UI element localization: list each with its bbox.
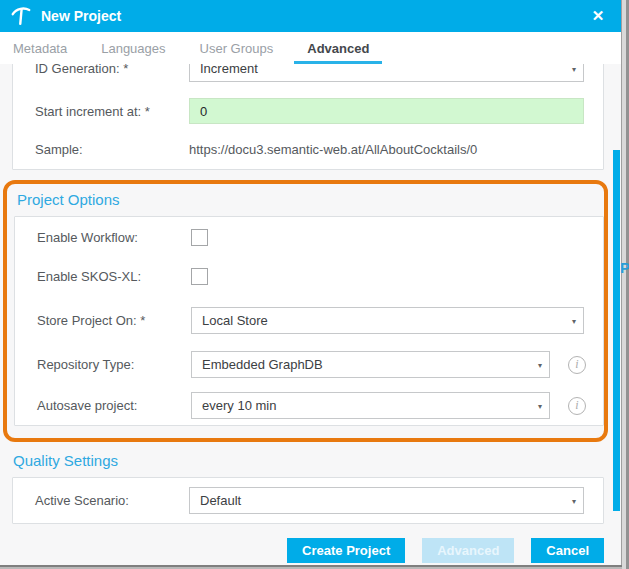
enable-workflow-label: Enable Workflow: [37,230,191,245]
background-text-fragment: P [620,259,629,276]
chevron-down-icon: ▾ [572,64,576,73]
enable-skos-xl-label: Enable SKOS-XL: [37,269,191,284]
info-icon[interactable]: i [568,397,586,415]
new-project-dialog: New Project ✕ Metadata Languages User Gr… [0,0,622,565]
cancel-button[interactable]: Cancel [531,538,604,563]
project-options-group: Enable Workflow: Enable SKOS-XL: Store P… [14,216,604,426]
enable-skos-xl-row: Enable SKOS-XL: [15,268,603,285]
start-increment-label: Start increment at: * [35,104,189,119]
close-icon[interactable]: ✕ [589,7,607,25]
repository-type-value: Embedded GraphDB [202,357,323,372]
sample-label: Sample: [35,142,189,157]
active-scenario-row: Active Scenario: Default ▾ [13,487,603,514]
autosave-project-row: Autosave project: every 10 min ▾ i [15,392,603,419]
tab-advanced[interactable]: Advanced [294,32,382,64]
store-project-on-value: Local Store [202,313,268,328]
enable-workflow-row: Enable Workflow: [15,229,603,246]
tab-metadata[interactable]: Metadata [0,32,80,64]
id-generation-group: ID Generation: * Increment ▾ Start incre… [12,64,604,170]
active-scenario-value: Default [200,493,241,508]
dialog-titlebar: New Project ✕ [0,0,621,32]
active-scenario-label: Active Scenario: [35,493,189,508]
id-generation-value: Increment [200,64,258,76]
annotation-highlight-box: Project Options Enable Workflow: Enable … [3,180,608,442]
dialog-title: New Project [41,8,121,24]
info-icon[interactable]: i [568,356,586,374]
create-project-button[interactable]: Create Project [287,538,405,563]
poolparty-logo-icon [10,5,32,27]
start-increment-input[interactable] [189,98,584,124]
id-generation-label: ID Generation: * [35,64,189,76]
tab-bar: Metadata Languages User Groups Advanced [0,32,621,64]
id-generation-select[interactable]: Increment ▾ [189,64,584,82]
enable-skos-xl-checkbox[interactable] [191,268,208,285]
chevron-down-icon: ▾ [538,360,542,369]
dialog-footer: Create Project Advanced Cancel [0,538,604,563]
enable-workflow-checkbox[interactable] [191,229,208,246]
start-increment-row: Start increment at: * [13,98,603,124]
active-scenario-select[interactable]: Default ▾ [189,487,584,514]
store-project-on-label: Store Project On: * [37,313,191,328]
store-project-on-select[interactable]: Local Store ▾ [191,307,584,334]
project-options-title: Project Options [17,191,604,208]
store-project-on-row: Store Project On: * Local Store ▾ [15,307,603,334]
quality-settings-group: Active Scenario: Default ▾ [12,477,604,524]
scrollable-form-area: ID Generation: * Increment ▾ Start incre… [0,64,613,565]
sample-row: Sample: https://docu3.semantic-web.at/Al… [13,142,603,157]
repository-type-select[interactable]: Embedded GraphDB ▾ [191,351,550,378]
autosave-project-select[interactable]: every 10 min ▾ [191,392,550,419]
vertical-scrollbar-thumb[interactable] [613,150,620,511]
advanced-button[interactable]: Advanced [422,538,514,563]
chevron-down-icon: ▾ [572,316,576,325]
autosave-project-label: Autosave project: [37,398,191,413]
id-generation-row: ID Generation: * Increment ▾ [13,64,603,82]
quality-settings-title: Quality Settings [13,452,613,469]
background-page-edge: P [622,0,629,569]
chevron-down-icon: ▾ [572,496,576,505]
dialog-bottom-border [0,565,622,567]
repository-type-label: Repository Type: [37,357,191,372]
chevron-down-icon: ▾ [538,401,542,410]
tab-user-groups[interactable]: User Groups [187,32,287,64]
sample-url: https://docu3.semantic-web.at/AllAboutCo… [189,142,477,157]
tab-languages[interactable]: Languages [88,32,178,64]
autosave-project-value: every 10 min [202,398,276,413]
repository-type-row: Repository Type: Embedded GraphDB ▾ i [15,351,603,378]
